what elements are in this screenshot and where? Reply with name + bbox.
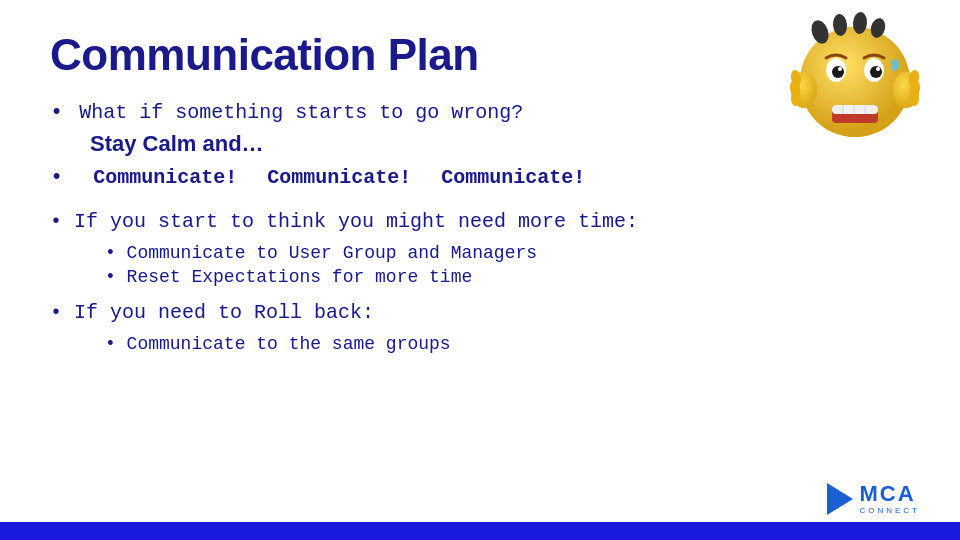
content-area: • What if something starts to go wrong? … bbox=[50, 100, 910, 354]
svg-point-9 bbox=[870, 66, 882, 78]
svg-point-27 bbox=[891, 59, 899, 71]
bullet-1-text: What if something starts to go wrong? bbox=[79, 101, 523, 124]
communicate-row: • Communicate! Communicate! Communicate! bbox=[50, 165, 910, 190]
communicate-word-2: Communicate! bbox=[267, 166, 411, 189]
mca-text-group: MCA CONNECT bbox=[859, 483, 920, 515]
mca-logo: MCA CONNECT bbox=[827, 483, 920, 515]
communicate-word-1: Communicate! bbox=[93, 166, 237, 189]
svg-point-11 bbox=[876, 67, 880, 71]
svg-point-10 bbox=[838, 67, 842, 71]
bullet-4-sub1: Communicate to the same groups bbox=[105, 334, 910, 354]
bullet-4: • If you need to Roll back: bbox=[50, 301, 910, 324]
bullet-3-text: If you start to think you might need mor… bbox=[74, 210, 638, 233]
emoji-image bbox=[790, 10, 920, 140]
bottom-bar bbox=[0, 522, 960, 540]
stay-calm-text: Stay Calm and… bbox=[90, 131, 910, 157]
mca-triangle-icon bbox=[827, 483, 853, 515]
bullet-icon-3: • bbox=[50, 210, 62, 233]
bullet-4-subs: Communicate to the same groups bbox=[105, 334, 910, 354]
slide: Communication Plan • What if something s… bbox=[0, 0, 960, 540]
svg-point-8 bbox=[832, 66, 844, 78]
communicate-word-3: Communicate! bbox=[441, 166, 585, 189]
bullet-icon-1: • bbox=[50, 100, 63, 125]
bullet-1: • What if something starts to go wrong? bbox=[50, 100, 910, 125]
mca-sub-text: CONNECT bbox=[859, 506, 920, 515]
svg-rect-23 bbox=[832, 105, 878, 114]
bullet-icon-4: • bbox=[50, 301, 62, 324]
mca-main-text: MCA bbox=[859, 483, 915, 505]
bullet-3-sub1: Communicate to User Group and Managers bbox=[105, 243, 910, 263]
bullet-4-text: If you need to Roll back: bbox=[74, 301, 374, 324]
bullet-3-sub2: Reset Expectations for more time bbox=[105, 267, 910, 287]
bullet-3: • If you start to think you might need m… bbox=[50, 210, 910, 233]
slide-title: Communication Plan bbox=[50, 30, 910, 80]
bullet-icon-2: • bbox=[50, 165, 63, 190]
bullet-3-subs: Communicate to User Group and Managers R… bbox=[105, 243, 910, 287]
